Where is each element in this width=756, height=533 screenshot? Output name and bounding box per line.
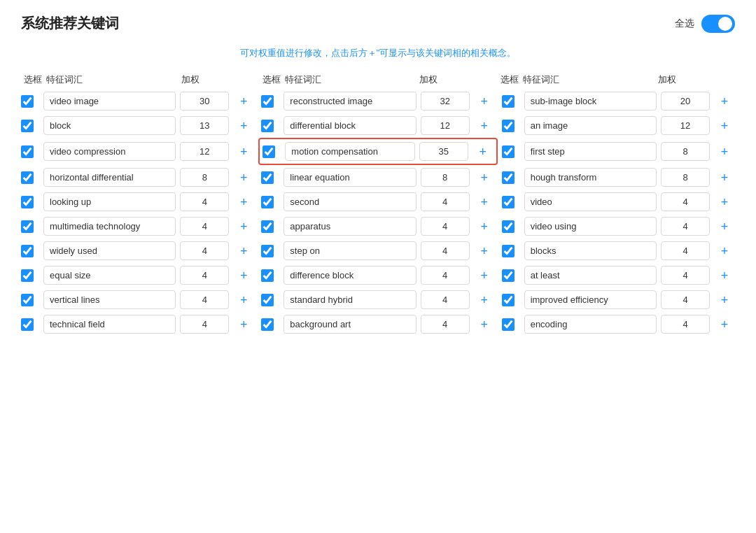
plus-button-r2-c2[interactable]: + xyxy=(714,145,735,158)
keyword-input-r6-c1[interactable] xyxy=(284,241,416,260)
weight-input-r4-c1[interactable] xyxy=(421,192,470,211)
weight-input-r5-c2[interactable] xyxy=(661,217,710,236)
plus-button-r9-c0[interactable]: + xyxy=(233,318,254,331)
checkbox-r9-c1[interactable] xyxy=(261,318,274,331)
plus-button-r3-c0[interactable]: + xyxy=(233,171,254,184)
plus-button-r5-c1[interactable]: + xyxy=(474,220,495,233)
select-all-toggle[interactable] xyxy=(701,15,735,33)
weight-input-r7-c2[interactable] xyxy=(661,266,710,285)
keyword-input-r8-c1[interactable] xyxy=(284,290,416,309)
checkbox-r5-c2[interactable] xyxy=(502,220,514,233)
checkbox-r9-c0[interactable] xyxy=(21,318,34,331)
keyword-input-r6-c2[interactable] xyxy=(524,241,657,260)
checkbox-r2-c0[interactable] xyxy=(21,145,34,158)
weight-input-r4-c0[interactable] xyxy=(180,192,229,211)
plus-button-r4-c0[interactable]: + xyxy=(233,196,254,208)
plus-button-r2-c1[interactable]: + xyxy=(472,145,493,158)
checkbox-r5-c1[interactable] xyxy=(261,220,274,233)
keyword-input-r8-c2[interactable] xyxy=(524,290,657,309)
weight-input-r2-c1[interactable] xyxy=(419,142,468,161)
checkbox-r8-c2[interactable] xyxy=(502,294,514,306)
plus-button-r3-c1[interactable]: + xyxy=(474,171,495,184)
weight-input-r2-c0[interactable] xyxy=(180,142,229,161)
checkbox-r7-c0[interactable] xyxy=(21,269,34,282)
keyword-input-r7-c2[interactable] xyxy=(524,266,657,285)
checkbox-r6-c0[interactable] xyxy=(21,245,34,257)
checkbox-r2-c1[interactable] xyxy=(262,145,275,158)
keyword-input-r6-c0[interactable] xyxy=(43,241,176,260)
weight-input-r9-c1[interactable] xyxy=(421,315,470,334)
keyword-input-r2-c2[interactable] xyxy=(524,142,657,161)
weight-input-r1-c0[interactable] xyxy=(180,116,229,135)
plus-button-r9-c1[interactable]: + xyxy=(474,318,495,331)
checkbox-r1-c2[interactable] xyxy=(502,120,514,132)
keyword-input-r1-c1[interactable] xyxy=(284,116,416,135)
keyword-input-r2-c1[interactable] xyxy=(285,142,414,161)
weight-input-r7-c1[interactable] xyxy=(421,266,470,285)
keyword-input-r8-c0[interactable] xyxy=(43,290,176,309)
weight-input-r8-c1[interactable] xyxy=(421,290,470,309)
checkbox-r7-c2[interactable] xyxy=(502,269,514,282)
plus-button-r8-c0[interactable]: + xyxy=(233,294,254,306)
checkbox-r3-c0[interactable] xyxy=(21,171,34,184)
plus-button-r8-c1[interactable]: + xyxy=(474,294,495,306)
checkbox-r8-c0[interactable] xyxy=(21,294,34,306)
plus-button-r9-c2[interactable]: + xyxy=(714,318,735,331)
checkbox-r9-c2[interactable] xyxy=(502,318,514,331)
plus-button-r6-c1[interactable]: + xyxy=(474,245,495,257)
weight-input-r0-c1[interactable] xyxy=(421,92,470,111)
weight-input-r0-c0[interactable] xyxy=(180,92,229,111)
keyword-input-r4-c2[interactable] xyxy=(524,192,657,211)
checkbox-r7-c1[interactable] xyxy=(261,269,274,282)
plus-button-r5-c0[interactable]: + xyxy=(233,220,254,233)
checkbox-r5-c0[interactable] xyxy=(21,220,34,233)
keyword-input-r9-c1[interactable] xyxy=(284,315,416,334)
plus-button-r0-c0[interactable]: + xyxy=(233,95,254,108)
weight-input-r0-c2[interactable] xyxy=(661,92,710,111)
checkbox-r1-c1[interactable] xyxy=(261,120,274,132)
checkbox-r0-c0[interactable] xyxy=(21,95,34,108)
weight-input-r8-c0[interactable] xyxy=(180,290,229,309)
checkbox-r2-c2[interactable] xyxy=(502,145,514,158)
plus-button-r1-c1[interactable]: + xyxy=(474,120,495,132)
plus-button-r1-c2[interactable]: + xyxy=(714,120,735,132)
keyword-input-r5-c2[interactable] xyxy=(524,217,657,236)
plus-button-r4-c2[interactable]: + xyxy=(714,196,735,208)
keyword-input-r1-c0[interactable] xyxy=(43,116,176,135)
keyword-input-r9-c2[interactable] xyxy=(524,315,657,334)
keyword-input-r3-c2[interactable] xyxy=(524,168,657,187)
keyword-input-r3-c1[interactable] xyxy=(284,168,416,187)
keyword-input-r7-c0[interactable] xyxy=(43,266,176,285)
weight-input-r1-c2[interactable] xyxy=(661,116,710,135)
checkbox-r6-c1[interactable] xyxy=(261,245,274,257)
checkbox-r1-c0[interactable] xyxy=(21,120,34,132)
checkbox-r4-c1[interactable] xyxy=(261,196,274,208)
checkbox-r0-c1[interactable] xyxy=(261,95,274,108)
checkbox-r4-c0[interactable] xyxy=(21,196,34,208)
keyword-input-r0-c2[interactable] xyxy=(524,92,657,111)
keyword-input-r5-c0[interactable] xyxy=(43,217,176,236)
weight-input-r2-c2[interactable] xyxy=(661,142,710,161)
weight-input-r3-c2[interactable] xyxy=(661,168,710,187)
plus-button-r8-c2[interactable]: + xyxy=(714,294,735,306)
weight-input-r8-c2[interactable] xyxy=(661,290,710,309)
checkbox-r3-c2[interactable] xyxy=(502,171,514,184)
plus-button-r4-c1[interactable]: + xyxy=(474,196,495,208)
keyword-input-r4-c0[interactable] xyxy=(43,192,176,211)
weight-input-r1-c1[interactable] xyxy=(421,116,470,135)
weight-input-r6-c0[interactable] xyxy=(180,241,229,260)
weight-input-r9-c0[interactable] xyxy=(180,315,229,334)
keyword-input-r7-c1[interactable] xyxy=(284,266,416,285)
weight-input-r5-c0[interactable] xyxy=(180,217,229,236)
weight-input-r4-c2[interactable] xyxy=(661,192,710,211)
keyword-input-r4-c1[interactable] xyxy=(284,192,416,211)
plus-button-r6-c2[interactable]: + xyxy=(714,245,735,257)
weight-input-r6-c2[interactable] xyxy=(661,241,710,260)
checkbox-r3-c1[interactable] xyxy=(261,171,274,184)
weight-input-r3-c1[interactable] xyxy=(421,168,470,187)
weight-input-r3-c0[interactable] xyxy=(180,168,229,187)
weight-input-r5-c1[interactable] xyxy=(421,217,470,236)
keyword-input-r1-c2[interactable] xyxy=(524,116,657,135)
checkbox-r0-c2[interactable] xyxy=(502,95,514,108)
plus-button-r2-c0[interactable]: + xyxy=(233,145,254,158)
